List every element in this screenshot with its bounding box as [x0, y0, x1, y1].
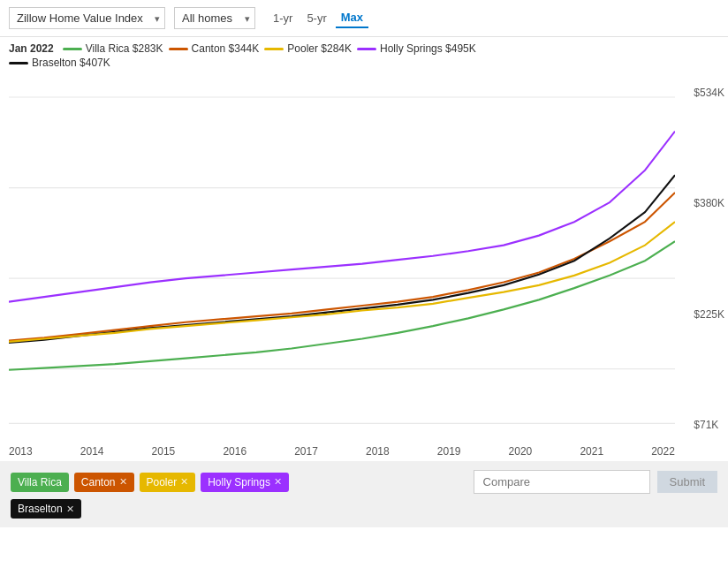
- bottom-section: Villa Rica Canton ✕ Pooler ✕ Holly Sprin…: [0, 461, 728, 527]
- x-label-2020: 2020: [509, 445, 533, 458]
- legend-date: Jan 2022: [9, 42, 54, 55]
- time-btn-1yr[interactable]: 1-yr: [268, 8, 298, 28]
- time-buttons: 1-yr 5-yr Max: [268, 8, 368, 28]
- legend-braselton: Braselton $407K: [9, 57, 110, 69]
- x-label-2019: 2019: [437, 445, 461, 458]
- tag-canton-close[interactable]: ✕: [119, 476, 127, 488]
- legend-pooler: Pooler $284K: [264, 42, 352, 55]
- tag-canton-label: Canton: [81, 476, 116, 488]
- time-btn-max[interactable]: Max: [336, 8, 368, 28]
- braselton-dash: [9, 62, 28, 64]
- legend-holly-springs: Holly Springs $495K: [357, 42, 476, 55]
- compare-area: Submit: [474, 470, 717, 494]
- tag-pooler: Pooler ✕: [140, 473, 196, 492]
- y-label-534k: $534K: [694, 87, 724, 99]
- y-label-380k: $380K: [694, 197, 724, 209]
- submit-button[interactable]: Submit: [657, 471, 717, 493]
- x-axis-labels: 2013 2014 2015 2016 2017 2018 2019 2020 …: [9, 445, 675, 458]
- tag-pooler-label: Pooler: [147, 476, 178, 488]
- tag-holly-springs-label: Holly Springs: [208, 476, 270, 488]
- holly-springs-label: Holly Springs $495K: [380, 42, 476, 55]
- legend-villa-rica: Villa Rica $283K: [63, 42, 163, 55]
- x-label-2018: 2018: [366, 445, 390, 458]
- tag-canton: Canton ✕: [74, 473, 134, 492]
- legend-canton: Canton $344K: [169, 42, 260, 55]
- tag-braselton-close[interactable]: ✕: [66, 504, 74, 515]
- x-label-2013: 2013: [9, 445, 33, 458]
- x-label-2017: 2017: [294, 445, 318, 458]
- x-label-2014: 2014: [80, 445, 104, 458]
- villa-rica-label: Villa Rica $283K: [86, 42, 163, 55]
- canton-dash: [169, 48, 188, 50]
- x-label-2022: 2022: [651, 445, 675, 458]
- villa-rica-dash: [63, 48, 82, 50]
- tag-braselton: Braselton ✕: [11, 499, 81, 519]
- tag-villa-rica-label: Villa Rica: [18, 476, 62, 488]
- holly-springs-dash: [357, 48, 376, 50]
- top-bar: Zillow Home Value Index All homes 1-yr 5…: [0, 0, 728, 37]
- tags-row-1: Villa Rica Canton ✕ Pooler ✕ Holly Sprin…: [11, 470, 717, 494]
- tag-villa-rica: Villa Rica: [11, 473, 69, 492]
- compare-input[interactable]: [474, 470, 650, 494]
- y-axis-labels: $534K $380K $225K $71K: [694, 78, 724, 458]
- pooler-line: [9, 222, 675, 342]
- tag-braselton-label: Braselton: [18, 503, 63, 515]
- x-label-2016: 2016: [223, 445, 246, 458]
- chart-container: $534K $380K $225K $71K 2013 2014 2015 20…: [0, 78, 728, 458]
- pooler-dash: [264, 48, 284, 50]
- canton-line: [9, 193, 675, 341]
- legend-area: Jan 2022 Villa Rica $283K Canton $344K P…: [0, 37, 728, 74]
- index-select[interactable]: Zillow Home Value Index: [9, 7, 165, 29]
- braselton-label: Braselton $407K: [32, 57, 110, 69]
- x-label-2021: 2021: [580, 445, 603, 458]
- time-btn-5yr[interactable]: 5-yr: [301, 8, 331, 28]
- x-label-2015: 2015: [152, 445, 176, 458]
- y-label-225k: $225K: [694, 308, 724, 321]
- tag-holly-springs: Holly Springs ✕: [201, 473, 289, 492]
- tag-holly-springs-close[interactable]: ✕: [274, 476, 282, 488]
- pooler-label: Pooler $284K: [287, 42, 352, 55]
- y-label-71k: $71K: [694, 419, 724, 431]
- canton-label: Canton $344K: [192, 42, 260, 55]
- homes-select[interactable]: All homes: [174, 7, 255, 29]
- tag-pooler-close[interactable]: ✕: [180, 476, 188, 488]
- tags-row-2: Braselton ✕: [11, 499, 717, 519]
- chart-svg: [9, 78, 675, 458]
